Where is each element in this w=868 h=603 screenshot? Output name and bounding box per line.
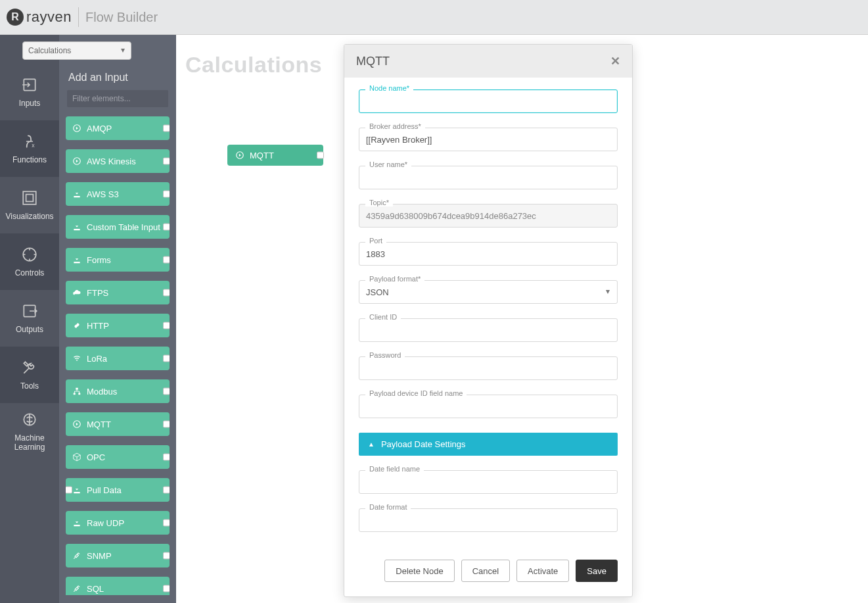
field-port: Port bbox=[359, 242, 618, 266]
palette-item-lora[interactable]: LoRa bbox=[66, 347, 170, 370]
palette-item-raw-udp[interactable]: Raw UDP bbox=[66, 511, 170, 535]
nav-functions[interactable]: x Functions bbox=[0, 120, 59, 177]
sitemap-icon bbox=[72, 387, 81, 396]
field-label: Node name* bbox=[365, 84, 413, 92]
palette-item-ftps[interactable]: FTPS bbox=[66, 281, 170, 304]
payload-device-id-input[interactable] bbox=[359, 395, 618, 418]
palette-item-custom-table-input[interactable]: Custom Table Input bbox=[66, 215, 170, 239]
wifi-icon bbox=[72, 354, 81, 363]
field-label: Topic* bbox=[365, 199, 393, 206]
link-icon bbox=[72, 321, 81, 330]
palette-item-pull-data[interactable]: Pull Data bbox=[66, 478, 170, 502]
accordion-label: Payload Date Settings bbox=[381, 439, 466, 449]
nav-label: Tools bbox=[20, 381, 39, 391]
svg-rect-11 bbox=[78, 393, 80, 395]
broker-address-input[interactable] bbox=[359, 128, 618, 151]
date-format-input[interactable] bbox=[359, 508, 618, 532]
flow-select[interactable]: Calculations bbox=[22, 41, 131, 60]
flow-canvas[interactable]: Calculations MQTT MQTT ✕ Node name* Brok… bbox=[176, 35, 868, 603]
plug-icon bbox=[72, 584, 81, 593]
password-input[interactable] bbox=[359, 356, 618, 380]
activate-button[interactable]: Activate bbox=[516, 560, 569, 582]
node-output-port[interactable] bbox=[163, 289, 170, 297]
payload-format-select[interactable]: JSON bbox=[359, 280, 618, 304]
palette-item-label: Custom Table Input bbox=[87, 222, 160, 232]
palette-item-snmp[interactable]: SNMP bbox=[66, 544, 170, 567]
palette-item-mqtt[interactable]: MQTT bbox=[66, 412, 170, 436]
palette-item-amqp[interactable]: AMQP bbox=[66, 116, 170, 140]
palette-item-modbus[interactable]: Modbus bbox=[66, 379, 170, 403]
download-icon bbox=[72, 189, 81, 199]
nav-label: Machine Learning bbox=[3, 433, 57, 452]
canvas-node-mqtt[interactable]: MQTT bbox=[227, 145, 323, 166]
nav-outputs[interactable]: Outputs bbox=[0, 290, 59, 347]
node-output-port[interactable] bbox=[163, 256, 170, 264]
modal-footer: Delete Node Cancel Activate Save bbox=[344, 549, 632, 596]
nav-ml[interactable]: Machine Learning bbox=[0, 403, 59, 460]
node-input-port[interactable] bbox=[66, 487, 72, 494]
filter-input[interactable] bbox=[67, 90, 168, 107]
cancel-button[interactable]: Cancel bbox=[461, 560, 510, 582]
nav-inputs[interactable]: Inputs bbox=[0, 64, 59, 120]
node-output-port[interactable] bbox=[317, 152, 324, 159]
brand-name: rayven bbox=[26, 9, 72, 26]
nav-visualizations[interactable]: Visualizations bbox=[0, 177, 59, 233]
palette-item-aws-s3[interactable]: AWS S3 bbox=[66, 182, 170, 206]
topic-input[interactable] bbox=[359, 204, 618, 228]
download-icon bbox=[72, 222, 81, 231]
node-output-port[interactable] bbox=[163, 191, 170, 198]
node-output-port[interactable] bbox=[163, 322, 170, 329]
node-output-port[interactable] bbox=[163, 487, 170, 494]
triangle-up-icon: ▲ bbox=[368, 441, 375, 448]
field-user-name: User name* bbox=[359, 166, 618, 189]
save-button[interactable]: Save bbox=[576, 560, 618, 582]
node-output-port[interactable] bbox=[163, 355, 170, 362]
palette-item-label: AWS Kinesis bbox=[87, 157, 136, 166]
close-icon[interactable]: ✕ bbox=[610, 54, 620, 68]
input-icon bbox=[21, 76, 38, 93]
node-output-port[interactable] bbox=[163, 552, 170, 560]
date-field-name-input[interactable] bbox=[359, 470, 618, 494]
nav-tools[interactable]: Tools bbox=[0, 347, 59, 403]
flow-select-wrap: Calculations bbox=[22, 41, 131, 60]
palette-item-label: FTPS bbox=[87, 288, 108, 298]
node-output-port[interactable] bbox=[163, 421, 170, 428]
user-name-input[interactable] bbox=[359, 166, 618, 189]
node-output-port[interactable] bbox=[163, 454, 170, 461]
top-header: R rayven Flow Builder bbox=[0, 0, 868, 35]
payload-date-settings-accordion[interactable]: ▲ Payload Date Settings bbox=[359, 433, 618, 456]
node-output-port[interactable] bbox=[163, 125, 170, 132]
plug-icon bbox=[72, 551, 81, 560]
palette-item-http[interactable]: HTTP bbox=[66, 314, 170, 337]
field-password: Password bbox=[359, 356, 618, 380]
nav-label: Visualizations bbox=[5, 212, 53, 221]
node-config-modal: MQTT ✕ Node name* Broker address* User n… bbox=[344, 44, 633, 597]
palette-item-sql[interactable]: SQL bbox=[66, 577, 170, 595]
field-label: Date field name bbox=[365, 465, 424, 473]
svg-rect-3 bbox=[26, 195, 34, 202]
palette-item-forms[interactable]: Forms bbox=[66, 248, 170, 272]
client-id-input[interactable] bbox=[359, 318, 618, 342]
cube-icon bbox=[72, 452, 81, 462]
node-output-port[interactable] bbox=[163, 388, 170, 395]
node-output-port[interactable] bbox=[163, 224, 170, 231]
node-output-port[interactable] bbox=[163, 519, 170, 527]
palette-item-label: Modbus bbox=[87, 387, 117, 397]
svg-rect-2 bbox=[23, 191, 36, 205]
node-name-input[interactable] bbox=[359, 89, 618, 113]
palette-item-label: Raw UDP bbox=[87, 518, 124, 528]
palette-item-aws-kinesis[interactable]: AWS Kinesis bbox=[66, 149, 170, 173]
port-input[interactable] bbox=[359, 242, 618, 266]
element-palette-sidebar: Add an Input AMQPAWS KinesisAWS S3Custom… bbox=[59, 35, 176, 603]
palette-item-label: Forms bbox=[87, 255, 111, 265]
svg-text:x: x bbox=[32, 142, 35, 149]
node-output-port[interactable] bbox=[163, 158, 170, 165]
nav-controls[interactable]: Controls bbox=[0, 233, 59, 290]
palette-item-opc[interactable]: OPC bbox=[66, 445, 170, 469]
palette-list: AMQPAWS KinesisAWS S3Custom Table InputF… bbox=[59, 116, 176, 595]
delete-node-button[interactable]: Delete Node bbox=[384, 560, 454, 582]
node-output-port[interactable] bbox=[163, 585, 170, 592]
field-label: Password bbox=[365, 351, 405, 359]
nav-label: Inputs bbox=[19, 99, 41, 108]
modal-title: MQTT bbox=[356, 55, 390, 68]
